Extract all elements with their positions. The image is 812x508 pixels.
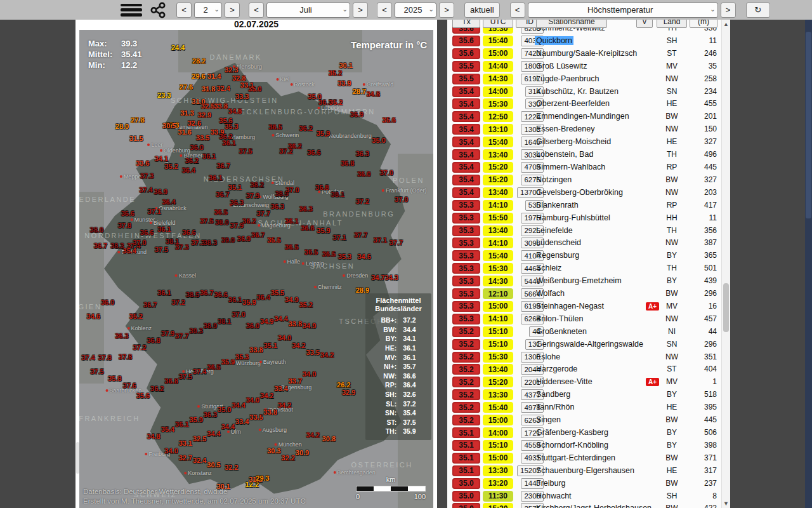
month-prev-button[interactable]: < — [249, 3, 264, 18]
header-tx[interactable]: Tx — [452, 20, 480, 28]
table-row[interactable]: 35.315:501975Hamburg-FuhlsbüttelHH11 — [447, 212, 721, 225]
map-temp-value: 37.4 — [193, 368, 206, 375]
header-stationsname[interactable]: Stationsname — [536, 20, 607, 28]
table-row[interactable]: 35.015:202575Kirchberg/Jagst-Herboldshau… — [447, 502, 721, 508]
menu-icon[interactable] — [121, 4, 142, 17]
page-scrollbar-thumb[interactable] — [806, 32, 811, 218]
day-next-button[interactable]: > — [225, 3, 240, 18]
utc-cell: 12:10 — [483, 288, 513, 299]
utc-cell: 14:30 — [483, 276, 513, 286]
table-row[interactable]: 35.514:401803Groß LüsewitzMV35 — [447, 60, 721, 73]
map-temp-value: 35.1 — [264, 342, 277, 349]
table-row[interactable]: 35.213:304377SandbergBY518 — [447, 389, 721, 401]
year-prev-button[interactable]: < — [377, 3, 392, 18]
legend-state-label: HE: — [381, 344, 396, 353]
table-row[interactable]: 35.315:304464SchleizTH501 — [447, 262, 721, 275]
table-row[interactable]: 35.314:305440Weißenburg-EmetzheimBY439 — [447, 275, 721, 288]
elevation-cell: 351 — [685, 352, 717, 361]
map-temp-value: 34.2 — [292, 342, 305, 349]
table-row[interactable]: 35.413:403034Lobenstein, BadTH496 — [447, 149, 721, 161]
table-row[interactable]: 35.314:103098LüdenscheidNW387 — [447, 237, 721, 250]
scroll-up-icon[interactable]: ▲ — [722, 21, 730, 27]
map-zoom-slider[interactable] — [76, 442, 79, 474]
station-name-cell: Groß Lüsewitz — [536, 62, 587, 70]
table-scrollbar[interactable]: ▲ ▼ — [721, 20, 730, 508]
metric-prev-button[interactable]: < — [510, 3, 525, 18]
table-row[interactable]: 35.315:404104RegensburgBY365 — [447, 250, 721, 262]
table-row[interactable]: 35.415:401645Gilserberg-MoischeidHE327 — [447, 136, 721, 149]
table-row[interactable]: 35.013:201443FreiburgBW237 — [447, 478, 721, 490]
map-temp-value: 34.0 — [278, 334, 291, 342]
year-select[interactable]: 2025⌄ — [395, 3, 436, 18]
map-temp-value: 36.8 — [147, 337, 160, 344]
table-row[interactable]: 35.615:007420Naumburg/Saale-KreipitzschS… — [447, 48, 721, 60]
table-row[interactable]: 35.615:404039QuickbornSH11 — [447, 35, 721, 48]
table-row[interactable]: 35.215:1044GroßenknetenNI44 — [447, 326, 721, 338]
map-temp-value: 37.7 — [354, 231, 367, 239]
refresh-button[interactable]: ↻ — [746, 3, 770, 18]
share-icon[interactable] — [150, 2, 166, 18]
tx-cell: 35.4 — [452, 149, 480, 160]
table-row[interactable]: 35.115:104559Schorndorf-KnöblingBY398 — [447, 439, 721, 452]
map-temp-value: 35.3 — [338, 253, 351, 260]
map-scale-bar: km 0100 — [356, 476, 426, 500]
region-label: POLEN — [393, 177, 424, 184]
table-row[interactable]: 35.114:001721Gräfenberg-KasbergBY506 — [447, 427, 721, 439]
table-row[interactable]: 35.215:404978Tann/RhönHE395 — [447, 401, 721, 414]
header-utc[interactable]: UTC — [483, 20, 513, 28]
station-name-cell: Lügde-Paenbruch — [536, 74, 599, 83]
table-row[interactable]: 35.312:105664WolfachBW296 — [447, 288, 721, 300]
metric-next-button[interactable]: > — [721, 3, 736, 18]
table-row[interactable]: 35.315:006199Steinhagen-NegastA+MV16 — [447, 300, 721, 313]
table-row[interactable]: 35.115:004931Stuttgart-EchterdingenBW371 — [447, 452, 721, 465]
legend-state-label: ST: — [381, 418, 396, 427]
table-row[interactable]: 35.415:206275NotzingenBW327 — [447, 174, 721, 187]
table-row[interactable]: 35.215:006263SingenBW445 — [447, 414, 721, 427]
map-temp-value: 37.1 — [148, 208, 161, 215]
table-row[interactable]: 35.215:10131Geringswalde-Altgeringswalde… — [447, 338, 721, 351]
station-name-cell: Blankenrath — [536, 201, 579, 210]
scroll-down-icon[interactable]: ▼ — [722, 500, 730, 507]
map-temp-value: 36.8 — [315, 184, 329, 191]
table-row[interactable]: 35.313:402925LeinefeldeTH356 — [447, 225, 721, 237]
table-row[interactable]: 35.113:3015207Schauenburg-ElgershausenHE… — [447, 465, 721, 478]
map-temp-value: 36.6 — [140, 229, 154, 236]
land-cell: BY — [657, 251, 687, 260]
map-temp-value: 34.7 — [371, 274, 384, 281]
table-row[interactable]: 35.215:202201Hiddensee-VitteA+MV1 — [447, 376, 721, 389]
month-next-button[interactable]: > — [353, 3, 368, 18]
legend-state-label: BB+: — [381, 316, 396, 325]
table-row[interactable]: 35.213:402044HarzgerodeST404 — [447, 363, 721, 376]
legend-state-label: NW: — [381, 371, 396, 381]
table-row[interactable]: 35.413:101303Essen-BredeneyNW150 — [447, 123, 721, 136]
tx-cell: 35.2 — [452, 364, 480, 375]
table-row[interactable]: 35.011:302306HohwachtSH8 — [447, 490, 721, 503]
map-temp-value: 36.6 — [307, 149, 320, 156]
station-name-cell: Schorndorf-Knöbling — [536, 441, 608, 450]
table-row[interactable]: 35.314:10535BlankenrathRP417 — [447, 199, 721, 212]
day-prev-button[interactable]: < — [176, 3, 192, 18]
map-temp-value: 36.2 — [185, 157, 199, 164]
year-next-button[interactable]: > — [439, 3, 454, 18]
month-select[interactable]: Juli⌄ — [266, 3, 350, 18]
table-row[interactable]: 35.413:4013700Gevelsberg-OberbrökingNW20… — [447, 187, 721, 199]
metric-select[interactable]: Höchsttemperatur⌄ — [528, 3, 718, 18]
table-row[interactable]: 35.314:106264Brilon-ThülenNW457 — [447, 313, 721, 326]
header-elevation[interactable]: (m) — [690, 20, 717, 28]
table-row[interactable]: 35.412:501224Emmendingen-MundingenBW201 — [447, 110, 721, 123]
map-canvas[interactable]: DÄNEMARKSCHLESWIG-HOLSTEINMECKLENBURG-VO… — [79, 29, 433, 508]
header-land[interactable]: Land — [657, 20, 687, 28]
aktuell-button[interactable]: aktuell — [464, 3, 500, 18]
table-row[interactable]: 35.414:00314Kubschütz, Kr. BautzenSN234 — [447, 86, 721, 98]
table-row[interactable]: 35.415:204709Simmern-WahlbachRP445 — [447, 161, 721, 174]
map-temp-value: 34.9 — [303, 322, 316, 330]
table-row[interactable]: 35.514:306197Lügde-PaenbruchNW258 — [447, 73, 721, 86]
table-row[interactable]: 35.215:301300EsloheNW351 — [447, 351, 721, 364]
tx-cell: 35.3 — [452, 288, 480, 299]
table-row[interactable]: 35.415:30330Oberzent-BeerfeldenHE455 — [447, 98, 721, 110]
day-select[interactable]: 2⌄ — [194, 3, 222, 18]
header-sort[interactable]: v — [636, 20, 653, 28]
map-temp-value: 34.8 — [147, 432, 160, 440]
table-scrollbar-thumb[interactable] — [723, 283, 729, 332]
page-scrollbar[interactable] — [805, 17, 812, 508]
